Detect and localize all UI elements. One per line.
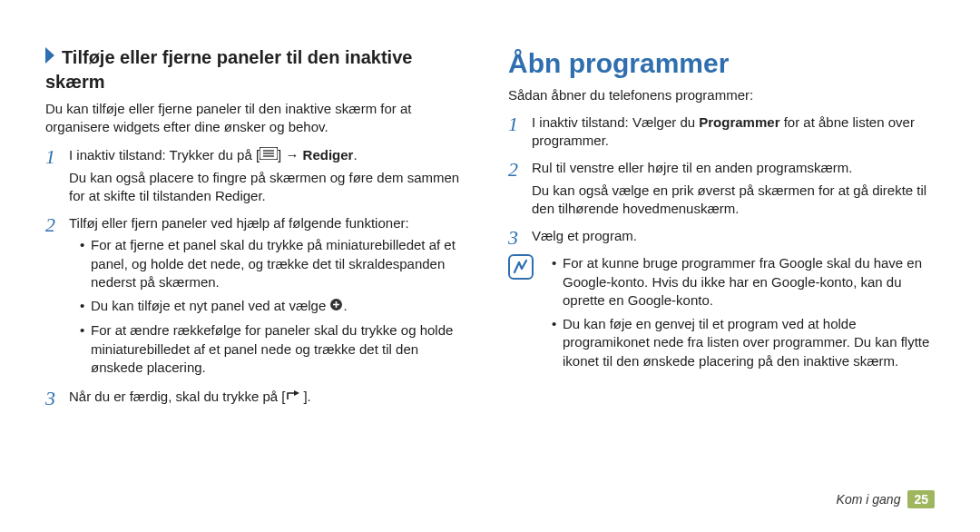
step-body: Vælg et program. bbox=[532, 227, 935, 249]
text: I inaktiv tilstand: Vælger du bbox=[532, 114, 699, 130]
text: ]. bbox=[303, 389, 310, 404]
right-column: Åbn programmer Sådan åbner du telefonens… bbox=[508, 45, 935, 481]
note-icon bbox=[508, 254, 534, 376]
page-footer: Kom i gang 25 bbox=[0, 490, 980, 521]
text: . bbox=[343, 298, 347, 313]
right-step-1: 1 I inaktiv tilstand: Vælger du Programm… bbox=[508, 113, 935, 154]
right-step-3: 3 Vælg et program. bbox=[508, 227, 935, 249]
step2-intro: Tilføj eller fjern paneler ved hjælp af … bbox=[69, 214, 472, 232]
chevron-icon bbox=[45, 45, 58, 70]
text: Når du er færdig, skal du trykke på [ bbox=[69, 389, 285, 404]
left-column: Tilføje eller fjerne paneler til den ina… bbox=[45, 45, 472, 481]
note-block: For at kunne bruge programmer fra Google… bbox=[508, 254, 935, 376]
page-content: Tilføje eller fjerne paneler til den ina… bbox=[0, 0, 980, 490]
list-item: For at ændre rækkefølge for paneler skal… bbox=[80, 321, 472, 377]
step1-line: I inaktiv tilstand: Vælger du Programmer… bbox=[532, 113, 935, 151]
list-item: Du kan føje en genvej til et program ved… bbox=[552, 315, 935, 370]
step-number: 3 bbox=[45, 388, 69, 410]
text: Du kan tilføje et nyt panel ved at vælge bbox=[91, 298, 329, 313]
back-arrow-icon bbox=[285, 389, 303, 407]
step-body: Rul til venstre eller højre til en anden… bbox=[532, 159, 935, 222]
text: . bbox=[353, 147, 357, 163]
svg-marker-0 bbox=[45, 47, 54, 64]
step1-line2: Du kan også placere to fingre på skærmen… bbox=[69, 169, 472, 206]
text: I inaktiv tilstand: Trykker du på [ bbox=[69, 147, 260, 163]
note-bullets: For at kunne bruge programmer fra Google… bbox=[541, 254, 935, 370]
step1-line1: I inaktiv tilstand: Trykker du på [] → R… bbox=[69, 146, 472, 165]
left-step-1: 1 I inaktiv tilstand: Trykker du på [] →… bbox=[45, 146, 472, 210]
note-body: For at kunne bruge programmer fra Google… bbox=[541, 254, 935, 376]
text-bold: Rediger bbox=[303, 147, 354, 163]
left-step-3: 3 Når du er færdig, skal du trykke på []… bbox=[45, 388, 472, 410]
left-heading: Tilføje eller fjerne paneler til den ina… bbox=[45, 45, 472, 94]
step-body: Når du er færdig, skal du trykke på []. bbox=[69, 388, 472, 410]
right-intro: Sådan åbner du telefonens programmer: bbox=[508, 86, 935, 104]
step-number: 2 bbox=[45, 214, 69, 382]
step-number: 2 bbox=[508, 159, 532, 222]
step2-line2: Du kan også vælge en prik øverst på skær… bbox=[532, 182, 935, 219]
left-step-2: 2 Tilføj eller fjern paneler ved hjælp a… bbox=[45, 214, 472, 382]
step3-line: Vælg et program. bbox=[532, 227, 935, 245]
left-heading-text: Tilføje eller fjerne paneler til den ina… bbox=[45, 47, 412, 92]
left-intro: Du kan tilføje eller fjerne paneler til … bbox=[45, 100, 472, 137]
menu-icon bbox=[260, 146, 278, 164]
step-number: 3 bbox=[508, 227, 532, 249]
step-body: I inaktiv tilstand: Trykker du på [] → R… bbox=[69, 146, 472, 210]
list-item: For at fjerne et panel skal du trykke på… bbox=[80, 236, 472, 291]
list-item: For at kunne bruge programmer fra Google… bbox=[552, 254, 935, 310]
text-bold: Programmer bbox=[699, 114, 779, 130]
step-body: I inaktiv tilstand: Vælger du Programmer… bbox=[532, 113, 935, 154]
right-step-2: 2 Rul til venstre eller højre til en and… bbox=[508, 159, 935, 222]
right-title: Åbn programmer bbox=[508, 45, 935, 83]
svg-marker-8 bbox=[294, 390, 299, 396]
step3-line: Når du er færdig, skal du trykke på []. bbox=[69, 388, 472, 407]
step-number: 1 bbox=[508, 113, 532, 154]
text: ] → bbox=[278, 147, 303, 163]
footer-section-label: Kom i gang bbox=[837, 492, 901, 507]
plus-circle-icon bbox=[329, 298, 343, 316]
step-number: 1 bbox=[45, 146, 69, 210]
list-item: Du kan tilføje et nyt panel ved at vælge… bbox=[80, 297, 472, 316]
step2-bullets: For at fjerne et panel skal du trykke på… bbox=[69, 236, 472, 377]
step2-line1: Rul til venstre eller højre til en anden… bbox=[532, 159, 935, 177]
step-body: Tilføj eller fjern paneler ved hjælp af … bbox=[69, 214, 472, 382]
footer-page-number: 25 bbox=[907, 490, 935, 508]
